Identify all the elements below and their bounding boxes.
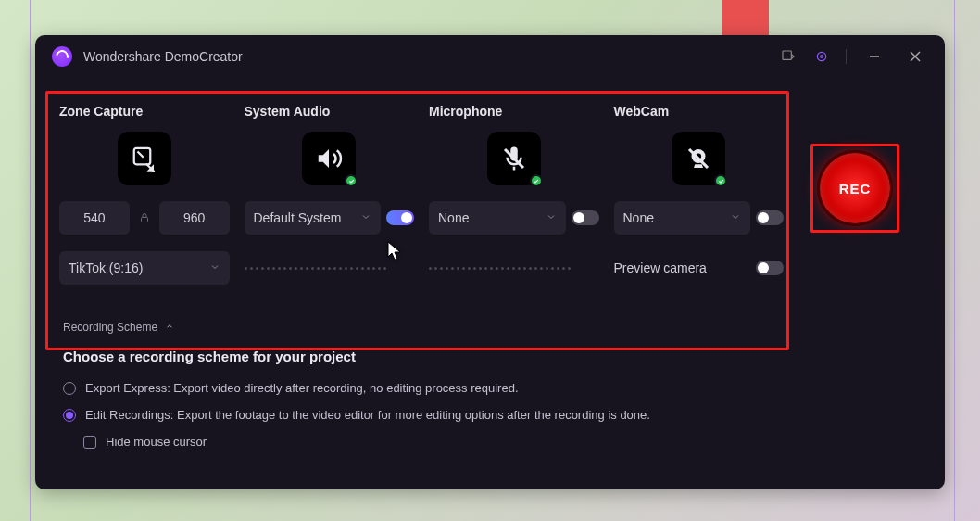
chevron-down-icon [730,210,741,225]
panel-webcam: WebCam None Preview camera [607,98,792,286]
panel-system-title: System Audio [245,104,415,119]
microphone-device-label: None [438,210,469,225]
panel-system-audio: System Audio Default System [237,98,422,286]
app-logo-icon [52,46,72,67]
status-ok-icon [530,174,543,187]
microphone-level-meter [429,265,599,271]
chevron-down-icon [546,210,557,225]
capture-preset-label: TikTok (9:16) [69,260,143,275]
recording-scheme-heading: Recording Scheme [63,321,157,334]
microphone-device-select[interactable]: None [429,201,566,235]
app-window: Wondershare DemoCreator Zone Capture [35,35,945,489]
system-audio-level-meter [245,265,415,271]
checkbox-icon [83,436,96,449]
capture-preset-select[interactable]: TikTok (9:16) [59,251,230,285]
svg-point-1 [817,52,825,60]
radio-icon [63,382,76,395]
system-audio-device-label: Default System [254,210,342,225]
system-audio-icon[interactable] [302,132,356,185]
panel-zone-capture: Zone Capture 540 960 TikTok (9:16) [52,98,237,286]
webcam-toggle[interactable] [756,210,784,225]
recording-scheme-collapse[interactable]: Recording Scheme [63,321,908,334]
recording-scheme-section: Recording Scheme Choose a recording sche… [63,321,908,449]
panel-cam-title: WebCam [614,104,785,119]
webcam-icon[interactable] [672,132,725,185]
screenshot-mode-icon[interactable] [779,47,798,66]
svg-rect-0 [783,51,791,59]
zone-capture-icon[interactable] [118,132,171,185]
webcam-device-select[interactable]: None [614,201,751,235]
chevron-down-icon [360,210,371,225]
titlebar: Wondershare DemoCreator [35,35,945,78]
svg-point-2 [821,56,823,58]
system-audio-toggle[interactable] [386,210,414,225]
panel-microphone: Microphone None [421,98,607,286]
record-label: REC [839,181,872,197]
preview-camera-label: Preview camera [614,260,707,275]
status-ok-icon [345,174,358,187]
capture-height-input[interactable]: 960 [159,201,230,235]
preview-camera-toggle[interactable] [756,260,784,275]
close-button[interactable] [902,44,928,70]
panel-mic-title: Microphone [429,104,599,119]
microphone-icon[interactable] [487,132,541,185]
webcam-device-label: None [623,210,654,225]
chevron-up-icon [165,321,174,334]
settings-icon[interactable] [812,47,831,66]
scheme-option-label: Edit Recordings: Export the footage to t… [85,408,650,422]
scheme-option-edit-recordings[interactable]: Edit Recordings: Export the footage to t… [63,408,908,422]
scheme-option-label: Export Express: Export video directly af… [85,381,519,395]
panel-zone-title: Zone Capture [59,104,230,119]
radio-icon [63,409,76,422]
lock-aspect-icon[interactable] [135,212,154,223]
recording-scheme-subtitle: Choose a recording scheme for your proje… [63,349,908,364]
minimize-button[interactable] [861,44,887,70]
microphone-toggle[interactable] [572,210,599,225]
hide-cursor-checkbox[interactable]: Hide mouse cursor [83,435,908,449]
chevron-down-icon [209,260,220,275]
hide-cursor-label: Hide mouse cursor [106,435,207,449]
status-ok-icon [714,174,727,187]
system-audio-device-select[interactable]: Default System [245,201,382,235]
scheme-option-export-express[interactable]: Export Express: Export video directly af… [63,381,908,395]
capture-width-input[interactable]: 540 [59,201,130,235]
app-title: Wondershare DemoCreator [83,49,243,64]
svg-rect-7 [141,218,147,222]
record-button[interactable]: REC [817,150,893,226]
